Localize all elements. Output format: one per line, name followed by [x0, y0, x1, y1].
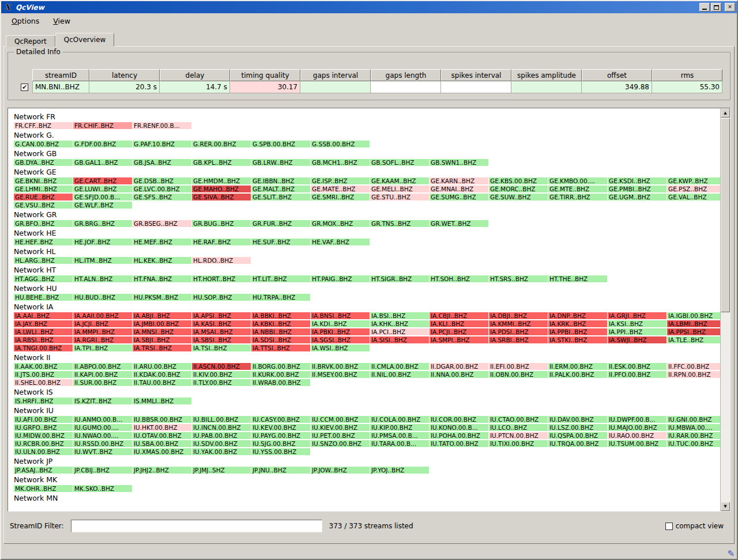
column-header-rms[interactable]: rms: [652, 69, 722, 81]
column-header-streamID[interactable]: streamID: [32, 69, 89, 81]
close-button[interactable]: ✕: [725, 3, 735, 12]
stream-cell[interactable]: G.RER.00.BHZ: [192, 141, 251, 147]
stream-cell[interactable]: GE.SFJD.00.B...: [73, 194, 132, 200]
column-header-offset[interactable]: offset: [582, 69, 652, 81]
stream-cell[interactable]: IU.YSS.00.BHZ: [251, 448, 310, 455]
stream-cell[interactable]: IU.PMSA.00.B...: [370, 432, 429, 439]
stream-cell[interactable]: IU.BILL.00.BHZ: [192, 416, 251, 423]
stream-cell[interactable]: IA.BSI..BHZ: [370, 312, 429, 319]
stream-cell[interactable]: II.ESK.00.BHZ: [608, 363, 667, 370]
stream-cell[interactable]: IA.SBSI..BHZ: [192, 336, 251, 343]
stream-cell[interactable]: IA.NBBI..BHZ: [251, 328, 310, 335]
stream-cell[interactable]: IU.TATO.00.BHZ: [430, 440, 488, 447]
stream-cell[interactable]: HL.KEK..BHZ: [133, 257, 191, 264]
stream-cell[interactable]: IU.YAK.00.BHZ: [192, 448, 251, 455]
stream-cell[interactable]: II.NNA.00.BHZ: [430, 371, 488, 378]
detail-cell-spikes-amplitude[interactable]: [511, 81, 582, 93]
stream-cell[interactable]: HE.JOF..BHZ: [73, 239, 132, 245]
tab-qcoverview[interactable]: QcOverview: [55, 33, 115, 47]
column-header-latency[interactable]: latency: [89, 69, 160, 81]
stream-cell[interactable]: HU.TRPA..BHZ: [251, 294, 310, 301]
stream-cell[interactable]: GE.KAAM..BHZ: [370, 177, 429, 184]
stream-cell[interactable]: IA.TRSI..BHZ: [133, 345, 191, 351]
stream-cell[interactable]: GE.MELI..BHZ: [370, 186, 429, 192]
stream-cell[interactable]: IU.TRQA.00.BHZ: [548, 440, 607, 447]
stream-cell[interactable]: GE.SFS..BHZ: [133, 194, 191, 200]
stream-cell[interactable]: II.TLY.00.BHZ: [192, 379, 251, 386]
stream-cell[interactable]: IU.MIDW.00.BHZ: [14, 432, 73, 439]
stream-cell[interactable]: IU.DWPF.00.B...: [608, 416, 667, 423]
stream-cell[interactable]: II.EFI.00.BHZ: [489, 363, 548, 370]
stream-enabled-checkbox[interactable]: ✔: [21, 84, 28, 91]
stream-cell[interactable]: IU.PAB.00.BHZ: [192, 432, 251, 439]
stream-cell[interactable]: IU.ULN.00.BHZ: [14, 448, 73, 455]
stream-cell[interactable]: IA.KHK..BHZ: [370, 320, 429, 327]
stream-cell[interactable]: IU.SNZO.00.BHZ: [311, 440, 370, 447]
scrollbar-thumb[interactable]: [721, 118, 730, 312]
stream-cell[interactable]: IA.APSI..BHZ: [192, 312, 251, 319]
detail-cell-timing-quality[interactable]: 30.17: [230, 81, 300, 93]
stream-cell[interactable]: JP.CBIJ..BHZ: [73, 467, 132, 474]
stream-cell[interactable]: IU.DAV.00.BHZ: [548, 416, 607, 423]
detail-cell-offset[interactable]: 349.88: [582, 81, 652, 93]
stream-cell[interactable]: HU.BEHE..BHZ: [14, 294, 73, 301]
stream-cell[interactable]: IU.AFI.00.BHZ: [14, 416, 73, 423]
stream-cell[interactable]: HL.RDO..BHZ: [192, 257, 251, 264]
stream-cell[interactable]: IA.BBKI..BHZ: [251, 312, 310, 319]
stream-cell[interactable]: IU.GUMO.00....: [73, 424, 132, 431]
stream-cell[interactable]: GE.MATE..BHZ: [311, 186, 370, 192]
stream-cell[interactable]: II.WRAB.00.BHZ: [251, 379, 310, 386]
stream-cell[interactable]: IA.TPI..BHZ: [73, 345, 132, 351]
stream-cell[interactable]: GR.FUR..BHZ: [251, 220, 310, 227]
stream-cell[interactable]: GR.BRG..BHZ: [73, 220, 132, 227]
stream-cell[interactable]: HT.THE..BHZ: [548, 275, 607, 282]
stream-cell[interactable]: FR.RENF.00.B...: [133, 122, 191, 129]
stream-cell[interactable]: II.MSEY.00.BHZ: [311, 371, 370, 378]
stream-cell[interactable]: II.PALK.00.BHZ: [548, 371, 607, 378]
stream-cell[interactable]: IA.MSAI..BHZ: [192, 328, 251, 335]
streamid-filter-input[interactable]: [71, 520, 322, 532]
stream-cell[interactable]: II.RPN.00.BHZ: [667, 371, 720, 378]
stream-cell[interactable]: GE.SUMG..BHZ: [430, 194, 488, 200]
stream-cell[interactable]: II.KAPI.00.BHZ: [73, 371, 132, 378]
stream-cell[interactable]: IU.TSUM.00.BHZ: [608, 440, 667, 447]
stream-cell[interactable]: IU.OTAV.00.BHZ: [133, 432, 191, 439]
stream-cell[interactable]: HT.AGG..BHZ: [14, 275, 73, 282]
stream-cell[interactable]: IA.ABJI..BHZ: [133, 312, 191, 319]
stream-cell[interactable]: IU.HKT.00.BHZ: [133, 424, 191, 431]
stream-cell[interactable]: IA.TLE..BHZ: [667, 336, 720, 343]
stream-cell[interactable]: II.FFC.00.BHZ: [667, 363, 720, 370]
stream-cell[interactable]: IU.RAR.00.BHZ: [667, 432, 720, 439]
stream-cell[interactable]: IU.CTAO.00.BHZ: [489, 416, 548, 423]
stream-cell[interactable]: HU.PKSM..BHZ: [133, 294, 191, 301]
stream-cell[interactable]: II.BORG.00.BHZ: [251, 363, 310, 370]
stream-cell[interactable]: IA.CBJI..BHZ: [430, 312, 488, 319]
stream-cell[interactable]: IA.SBJI..BHZ: [133, 336, 191, 343]
stream-cell[interactable]: GE.KBS.00.BHZ: [489, 177, 548, 184]
stream-cell[interactable]: GE.LUWI..BHZ: [73, 186, 132, 192]
stream-cell[interactable]: HT.SOH..BHZ: [430, 275, 488, 282]
stream-cell[interactable]: GE.BKNI..BHZ: [14, 177, 73, 184]
tab-qcreport[interactable]: QcReport: [6, 35, 55, 47]
stream-cell[interactable]: IA.WSI..BHZ: [311, 345, 370, 351]
stream-cell[interactable]: IU.SBA.00.BHZ: [133, 440, 191, 447]
stream-cell[interactable]: IA.KDI..BHZ: [311, 320, 370, 327]
stream-cell[interactable]: IU.RSSD.00.BHZ: [73, 440, 132, 447]
detail-cell-gaps-length[interactable]: [371, 81, 441, 93]
stream-cell[interactable]: II.KURK.00.BHZ: [251, 371, 310, 378]
stream-cell[interactable]: HT.ALN..BHZ: [73, 275, 132, 282]
stream-cell[interactable]: IA.RGRI..BHZ: [73, 336, 132, 343]
stream-cell[interactable]: IA.TSI..BHZ: [192, 345, 251, 351]
stream-cell[interactable]: IU.CASY.00.BHZ: [251, 416, 310, 423]
detail-cell-latency[interactable]: 20.3 s: [89, 81, 160, 93]
title-bar[interactable]: X QcView ✕: [1, 1, 737, 13]
stream-cell[interactable]: GB.SWN1..BHZ: [430, 159, 488, 166]
stream-cell[interactable]: G.FDF.00.BHZ: [73, 141, 132, 147]
stream-cell[interactable]: IA.STKI..BHZ: [548, 336, 607, 343]
stream-cell[interactable]: FR.CFF..BHZ: [14, 122, 73, 129]
stream-cell[interactable]: JP.JOW..BHZ: [311, 467, 370, 474]
stream-cell[interactable]: IS.KZIT..BHZ: [73, 398, 132, 404]
compact-view-control[interactable]: compact view: [665, 522, 724, 530]
stream-cell[interactable]: GE.KARN..BHZ: [430, 177, 488, 184]
stream-cell[interactable]: HT.HORT..BHZ: [192, 275, 251, 282]
